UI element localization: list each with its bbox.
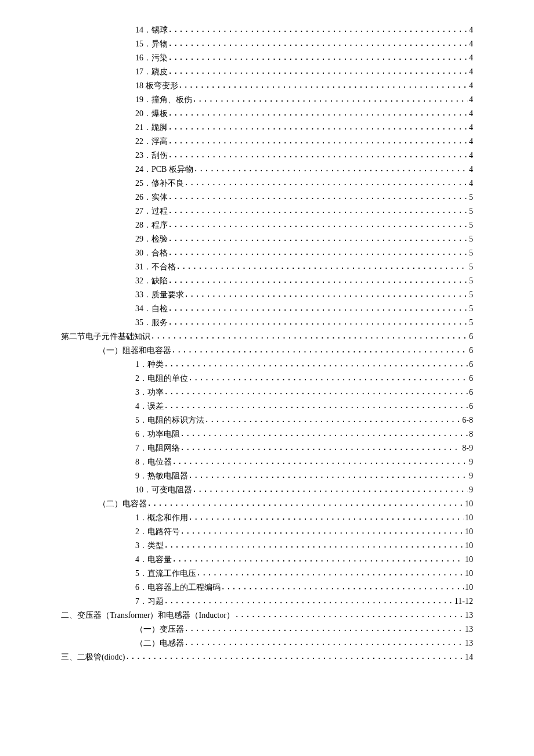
toc-page-number: 4: [468, 135, 473, 149]
toc-entry: 15．异物4: [61, 37, 473, 51]
toc-page-number: 6: [468, 358, 473, 372]
toc-leader-dots: [180, 429, 468, 437]
toc-label: 5．直流工作电压: [135, 567, 196, 581]
toc-page-number: 9: [468, 469, 473, 483]
toc-leader-dots: [150, 331, 468, 339]
toc-entry: 1．种类6: [61, 358, 473, 372]
toc-leader-dots: [204, 415, 461, 423]
toc-leader-dots: [164, 401, 468, 409]
toc-label: 1．种类: [135, 358, 164, 372]
toc-leader-dots: [168, 233, 468, 242]
toc-entry: 10．可变电阻器9: [61, 483, 473, 497]
toc-leader-dots: [164, 596, 453, 604]
toc-page-number: 6: [468, 399, 473, 413]
toc-entry: 32．缺陷5: [61, 274, 473, 288]
toc-page-number: 5: [468, 246, 473, 260]
toc-leader-dots: [168, 122, 468, 130]
toc-leader-dots: [172, 554, 464, 562]
toc-label: 26．实体: [135, 190, 168, 204]
toc-page-number: 6: [468, 344, 473, 358]
toc-leader-dots: [125, 651, 464, 660]
toc-page-number: 5: [468, 190, 473, 204]
toc-label: 21．跪脚: [135, 121, 168, 135]
toc-leader-dots: [180, 526, 464, 534]
toc-label: 23．刮伤: [135, 149, 168, 163]
toc-entry: 17．跷皮4: [61, 65, 473, 79]
toc-entry: 4．电容量10: [61, 553, 473, 567]
toc-page-number: 4: [468, 37, 473, 51]
toc-leader-dots: [168, 38, 468, 46]
toc-label: （二）电容器: [98, 497, 147, 511]
toc-leader-dots: [184, 178, 468, 186]
toc-entry: 6．功率电阻8: [61, 427, 473, 441]
toc-label: 33．质量要求: [135, 288, 184, 302]
toc-label: 25．修补不良: [135, 177, 184, 190]
toc-label: 3．功率: [135, 386, 164, 399]
toc-entry: 二、变压器（Transformer）和电感器（Inductor）13: [61, 609, 473, 622]
toc-leader-dots: [164, 540, 464, 548]
toc-label: 16．污染: [135, 51, 168, 65]
toc-page-number: 6: [468, 330, 473, 344]
toc-label: 20．爆板: [135, 107, 168, 121]
toc-entry: （二）电感器13: [61, 636, 473, 650]
toc-entry: （一）变压器13: [61, 622, 473, 636]
toc-label: 17．跷皮: [135, 65, 168, 79]
toc-page-number: 9: [468, 483, 473, 497]
toc-entry: 4．误差6: [61, 399, 473, 413]
toc-page-number: 10: [464, 553, 473, 567]
toc-leader-dots: [168, 317, 468, 325]
toc-leader-dots: [184, 289, 468, 297]
toc-leader-dots: [168, 206, 468, 214]
toc-label: 6．功率电阻: [135, 427, 180, 441]
toc-page-number: 10: [464, 497, 473, 511]
toc-leader-dots: [164, 387, 468, 395]
toc-page-number: 5: [468, 218, 473, 232]
toc-entry: 7．电阻网络8-9: [61, 441, 473, 455]
toc-entry: 26．实体5: [61, 190, 473, 204]
toc-label: （一）变压器: [135, 622, 184, 636]
toc-page-number: 4: [468, 79, 473, 93]
toc-page-number: 14: [464, 650, 473, 664]
toc-entry: 24．PCB 板异物4: [61, 163, 473, 177]
toc-entry: 18 板弯变形4: [61, 79, 473, 93]
toc-entry: 27．过程5: [61, 204, 473, 218]
toc-leader-dots: [147, 498, 464, 506]
toc-entry: 5．电阻的标识方法6-8: [61, 413, 473, 427]
toc-leader-dots: [180, 442, 461, 451]
toc-entry: 28．程序5: [61, 218, 473, 232]
toc-page-number: 6: [468, 372, 473, 386]
toc-page-number: 13: [464, 622, 473, 636]
toc-label: 35．服务: [135, 316, 168, 330]
toc-page-number: 11-12: [453, 595, 473, 609]
toc-label: 28．程序: [135, 218, 168, 232]
toc-label: 27．过程: [135, 204, 168, 218]
toc-leader-dots: [168, 150, 468, 158]
toc-page-number: 6-8: [461, 413, 473, 427]
toc-page-number: 5: [468, 274, 473, 288]
toc-entry: 34．自检5: [61, 302, 473, 316]
toc-page-number: 5: [468, 260, 473, 274]
toc-page-number: 4: [468, 93, 473, 107]
toc-label: 5．电阻的标识方法: [135, 413, 204, 427]
toc-label: 29．检验: [135, 232, 168, 246]
toc-entry: 三、二极管(diodc)14: [61, 650, 473, 664]
toc-page-number: 4: [468, 149, 473, 163]
toc-page-number: 8-9: [461, 441, 473, 455]
toc-leader-dots: [196, 568, 464, 576]
toc-page-number: 10: [464, 581, 473, 595]
toc-leader-dots: [168, 247, 468, 255]
toc-label: 第二节电子元件基础知识: [61, 330, 150, 344]
toc-entry: 9．热敏电阻器9: [61, 469, 473, 483]
toc-entry: （二）电容器10: [61, 497, 473, 511]
toc-page-number: 10: [464, 539, 473, 553]
toc-label: 14．锡球: [135, 23, 168, 37]
toc-page-number: 6: [468, 386, 473, 399]
toc-label: 7．电阻网络: [135, 441, 180, 455]
toc-label: 三、二极管(diodc): [61, 650, 125, 664]
toc-leader-dots: [188, 373, 468, 381]
toc-page-number: 4: [468, 107, 473, 121]
toc-page-number: 13: [464, 609, 473, 622]
toc-page-number: 4: [468, 163, 473, 177]
toc-page-number: 4: [468, 65, 473, 79]
toc-label: 15．异物: [135, 37, 168, 51]
